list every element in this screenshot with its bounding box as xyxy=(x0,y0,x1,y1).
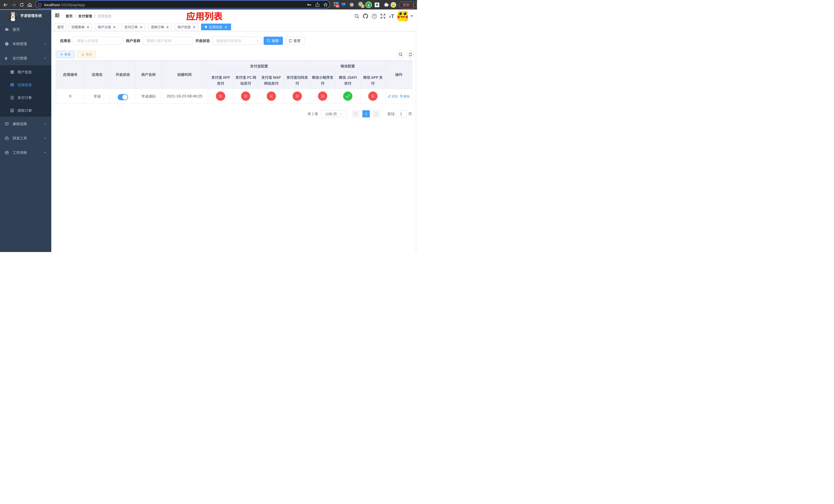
svg-text:1: 1 xyxy=(362,5,364,8)
svg-text:y: y xyxy=(368,3,370,7)
svg-text:10: 10 xyxy=(336,5,339,7)
